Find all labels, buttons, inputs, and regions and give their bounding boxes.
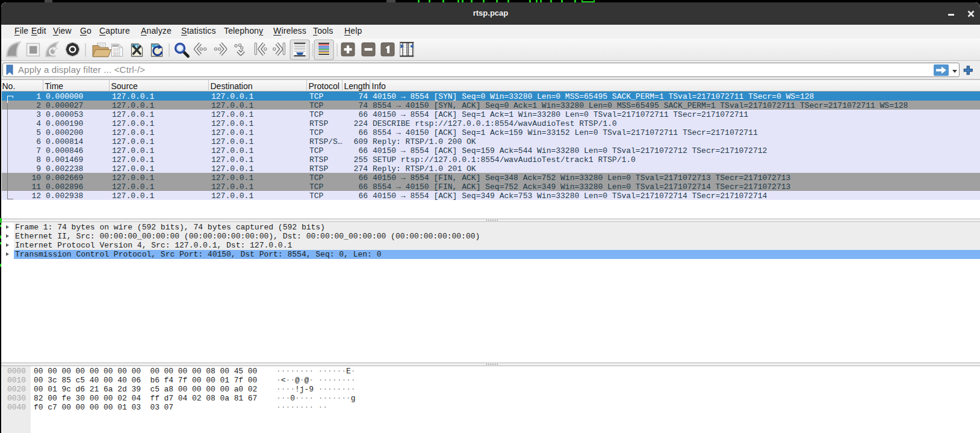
svg-text:0011: 0011 [113, 54, 120, 57]
